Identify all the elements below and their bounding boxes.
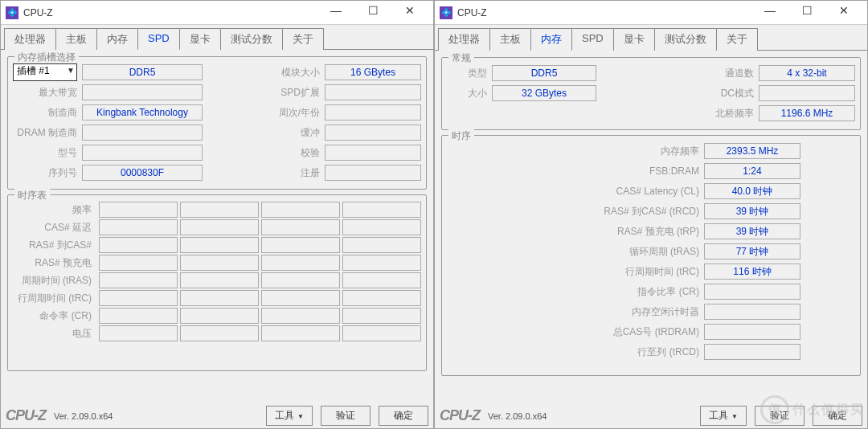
spd-label: 型号 [13, 146, 82, 160]
timing-label: RAS# 到CAS# (tRCD) [559, 205, 704, 219]
spd-label: SPD扩展 [203, 86, 325, 100]
spd-value [82, 84, 203, 100]
watermark-text: 什么值得买 [792, 402, 865, 419]
tab-bench[interactable]: 测试分数 [654, 28, 717, 51]
group-slot-select: 内存插槽选择 插槽 #1 DDR5 模块大小 16 GBytes 最大带宽 SP… [7, 56, 427, 190]
tab-about[interactable]: 关于 [716, 28, 758, 51]
timing-cell [180, 290, 259, 306]
cpuz-window-right: 💠 CPU-Z — ☐ ✕ 处理器 主板 内存 SPD 显卡 测试分数 关于 常… [434, 0, 868, 429]
group-title-general: 常规 [448, 51, 474, 65]
timing-cell [342, 272, 421, 288]
timing-cell [180, 255, 259, 271]
tab-cpu[interactable]: 处理器 [4, 28, 56, 50]
logo-text: CPU-Z [440, 407, 480, 424]
timing-cell [342, 255, 421, 271]
timing-cell [99, 290, 178, 306]
spd-value: Kingbank Technology [82, 104, 203, 121]
spd-label: 序列号 [13, 166, 82, 180]
tab-bench[interactable]: 测试分数 [220, 28, 283, 50]
maximize-button[interactable]: ☐ [354, 0, 391, 22]
ok-button[interactable]: 确定 [379, 406, 428, 426]
group-timing-table: 时序表 频率CAS# 延迟RAS# 到CAS#RAS# 预充电周期时间 (tRA… [7, 194, 427, 371]
cpuz-window-left: 💠 CPU-Z — ☐ ✕ 处理器 主板 内存 SPD 显卡 测试分数 关于 内… [0, 0, 434, 429]
tools-button[interactable]: 工具 [266, 406, 313, 426]
close-button[interactable]: ✕ [391, 0, 428, 22]
watermark: 值 什么值得买 [760, 395, 865, 424]
timing-cell [99, 272, 178, 288]
window-controls: — ☐ ✕ [751, 3, 862, 22]
tab-cpu[interactable]: 处理器 [438, 28, 490, 51]
timing-cell [99, 255, 178, 271]
tab-memory[interactable]: 内存 [530, 28, 572, 51]
spd-label: 缓冲 [203, 126, 325, 140]
timing-label: FSB:DRAM [559, 165, 704, 177]
tab-spd[interactable]: SPD [571, 28, 614, 51]
tab-mainboard[interactable]: 主板 [55, 28, 97, 50]
timing-cell [261, 325, 340, 341]
timing-cell [342, 308, 421, 324]
maximize-button[interactable]: ☐ [788, 0, 825, 22]
spd-value [325, 84, 421, 100]
timing-value [704, 304, 800, 320]
group-title-timings: 时序 [448, 129, 474, 143]
spd-value [82, 125, 203, 141]
timing-cell [99, 202, 178, 218]
verify-button[interactable]: 验证 [321, 406, 371, 426]
timing-label: 命令率 (CR) [13, 308, 96, 324]
timing-cell [342, 237, 421, 253]
minimize-button[interactable]: — [317, 0, 354, 22]
content-memory: 常规 类型 DDR5 通道数 4 x 32-bit 大小 32 GBytes D… [435, 51, 867, 403]
timing-label: 行周期时间 (tRC) [13, 290, 96, 306]
timing-cell [99, 325, 178, 341]
timing-label: 循环周期 (tRAS) [559, 245, 704, 259]
timing-value: 39 时钟 [704, 203, 800, 219]
timing-value: 40.0 时钟 [704, 183, 800, 199]
cpuz-icon: 💠 [440, 6, 452, 19]
timing-cell [180, 325, 259, 341]
titlebar[interactable]: 💠 CPU-Z — ☐ ✕ [435, 1, 867, 25]
timing-label: RAS# 预充电 [13, 255, 96, 271]
timing-cell [261, 255, 340, 271]
timing-label: 行至列 (tRCD) [559, 345, 704, 359]
slot-dropdown[interactable]: 插槽 #1 [13, 63, 77, 81]
window-controls: — ☐ ✕ [317, 3, 428, 22]
tools-button[interactable]: 工具 [700, 406, 747, 426]
content-spd: 内存插槽选择 插槽 #1 DDR5 模块大小 16 GBytes 最大带宽 SP… [1, 50, 433, 403]
tab-graphics[interactable]: 显卡 [613, 28, 655, 51]
timing-label: CAS# 延迟 [13, 219, 96, 235]
tab-about[interactable]: 关于 [282, 28, 324, 50]
timing-label: 指令比率 (CR) [559, 285, 704, 299]
spd-label: 最大带宽 [13, 86, 82, 100]
group-general: 常规 类型 DDR5 通道数 4 x 32-bit 大小 32 GBytes D… [441, 57, 861, 130]
timing-value: 1:24 [704, 163, 800, 179]
footer: CPU-Z Ver. 2.09.0.x64 工具 验证 确定 [1, 403, 433, 428]
tab-mainboard[interactable]: 主板 [489, 28, 531, 51]
timing-label: 频率 [13, 202, 96, 218]
tab-graphics[interactable]: 显卡 [179, 28, 221, 50]
spd-value: 0000830F [82, 165, 203, 181]
tab-memory[interactable]: 内存 [96, 28, 138, 50]
type-label: 类型 [447, 67, 492, 80]
timing-label: 总CAS号 (tRDRAM) [559, 325, 704, 339]
minimize-button[interactable]: — [751, 0, 788, 22]
tab-spd[interactable]: SPD [137, 28, 180, 50]
app-title: CPU-Z [23, 7, 53, 18]
nbfreq-value: 1196.6 MHz [759, 105, 855, 121]
type-value: DDR5 [492, 65, 596, 81]
timing-cell [261, 237, 340, 253]
timing-label: 内存空闲计时器 [559, 305, 704, 319]
timing-cell [180, 219, 259, 235]
size-value: 32 GBytes [492, 85, 596, 101]
timing-cell [180, 237, 259, 253]
timing-cell [261, 202, 340, 218]
titlebar[interactable]: 💠 CPU-Z — ☐ ✕ [1, 1, 433, 25]
tab-bar: 处理器 主板 内存 SPD 显卡 测试分数 关于 [1, 25, 433, 50]
timing-cell [342, 219, 421, 235]
timing-cell [261, 272, 340, 288]
spd-label: DRAM 制造商 [13, 126, 82, 140]
timing-value: 2393.5 MHz [704, 143, 800, 159]
slot-type: DDR5 [82, 64, 203, 80]
tab-bar: 处理器 主板 内存 SPD 显卡 测试分数 关于 [435, 25, 867, 51]
spd-value [325, 125, 421, 141]
close-button[interactable]: ✕ [825, 0, 862, 22]
